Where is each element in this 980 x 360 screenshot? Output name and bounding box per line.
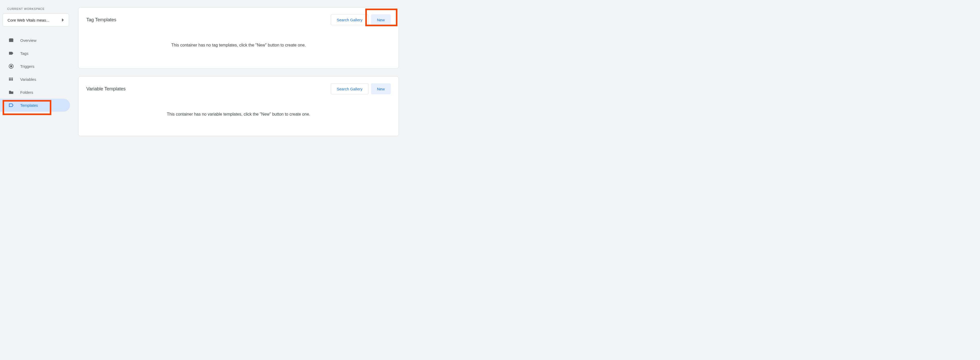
svg-rect-6: [9, 78, 10, 78]
svg-rect-4: [10, 78, 11, 80]
sidebar-item-label: Overview: [20, 38, 37, 43]
workspace-section-label: CURRENT WORKSPACE: [0, 7, 73, 13]
sidebar-item-overview[interactable]: Overview: [0, 34, 70, 47]
folder-icon: [8, 89, 14, 96]
new-tag-template-button[interactable]: New: [371, 14, 391, 25]
sidebar-item-label: Templates: [20, 103, 38, 107]
svg-rect-5: [12, 78, 13, 80]
tag-templates-title: Tag Templates: [86, 17, 116, 22]
variable-icon: [8, 76, 14, 83]
sidebar-item-label: Triggers: [20, 64, 34, 69]
primary-nav: Overview Tags Triggers Variables: [0, 34, 73, 112]
variable-templates-empty-message: This container has no variable templates…: [86, 96, 391, 128]
variable-templates-title: Variable Templates: [86, 86, 126, 92]
svg-rect-8: [12, 78, 13, 78]
workspace-selector[interactable]: Core Web Vitals meas...: [3, 13, 69, 27]
sidebar-item-label: Folders: [20, 90, 33, 94]
svg-rect-3: [9, 78, 10, 80]
svg-rect-0: [9, 39, 13, 42]
sidebar-item-triggers[interactable]: Triggers: [0, 60, 70, 73]
workspace-name: Core Web Vitals meas...: [8, 18, 49, 22]
template-icon: [8, 102, 14, 109]
search-gallery-button[interactable]: Search Gallery: [331, 83, 368, 94]
svg-point-2: [10, 65, 12, 67]
sidebar-item-label: Tags: [20, 51, 29, 56]
sidebar-item-folders[interactable]: Folders: [0, 86, 70, 99]
search-gallery-button[interactable]: Search Gallery: [331, 14, 368, 25]
main-content: Tag Templates Search Gallery New This co…: [73, 0, 404, 149]
tag-templates-card: Tag Templates Search Gallery New This co…: [78, 7, 399, 69]
variable-templates-card: Variable Templates Search Gallery New Th…: [78, 76, 399, 136]
trigger-icon: [8, 63, 14, 70]
new-variable-template-button[interactable]: New: [371, 83, 391, 94]
sidebar-item-templates[interactable]: Templates: [0, 99, 70, 112]
sidebar-item-tags[interactable]: Tags: [0, 47, 70, 60]
sidebar-item-variables[interactable]: Variables: [0, 73, 70, 86]
overview-icon: [8, 37, 14, 44]
sidebar-item-label: Variables: [20, 77, 36, 82]
chevron-right-icon: [60, 18, 65, 22]
tag-templates-empty-message: This container has no tag templates, cli…: [86, 27, 391, 61]
svg-rect-7: [10, 78, 11, 78]
tag-icon: [8, 50, 14, 57]
sidebar: CURRENT WORKSPACE Core Web Vitals meas..…: [0, 0, 73, 149]
